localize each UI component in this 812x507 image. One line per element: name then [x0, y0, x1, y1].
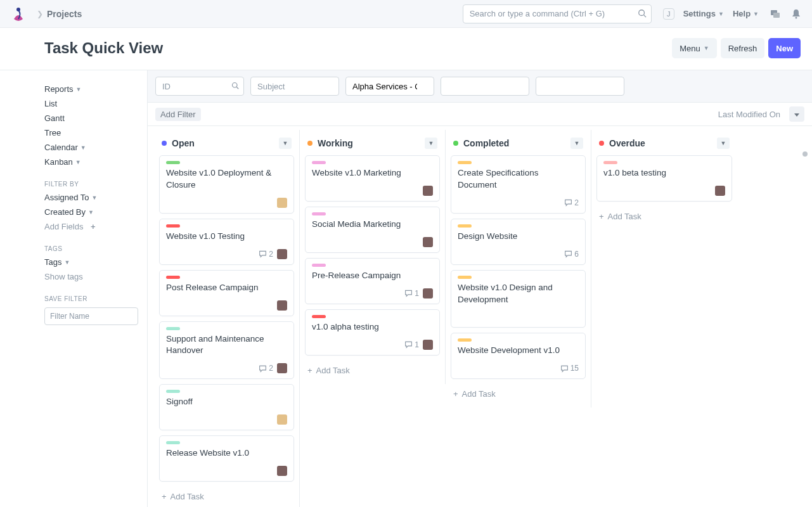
sidebar-view-tree[interactable]: Tree [44, 125, 138, 140]
comment-count: 2 [259, 250, 273, 259]
svg-point-6 [233, 83, 238, 88]
add-filter-chip[interactable]: Add Filter [155, 108, 201, 121]
task-card[interactable]: Design Website6 [451, 219, 586, 265]
filter-extra2-input[interactable] [536, 77, 624, 96]
status-dot [307, 141, 313, 146]
sidebar-view-gantt[interactable]: Gantt [44, 111, 138, 125]
add-task-button[interactable]: +Add Task [451, 384, 586, 404]
svg-rect-4 [773, 13, 780, 18]
task-card[interactable]: Create Specifications Document2 [451, 155, 586, 214]
sort-direction-button[interactable] [789, 106, 804, 122]
refresh-button[interactable]: Refresh [721, 38, 765, 58]
task-card[interactable]: Website v1.0 Testing2 [159, 219, 294, 265]
assignee-avatar [423, 186, 433, 196]
card-title: Website v1.0 Marketing [312, 167, 433, 179]
user-avatar[interactable]: J [663, 8, 674, 20]
add-task-button[interactable]: +Add Task [305, 361, 440, 380]
task-card[interactable]: Website v1.0 Marketing [305, 155, 440, 202]
chat-icon[interactable] [770, 9, 780, 19]
new-button[interactable]: New [768, 38, 801, 58]
comment-count: 6 [564, 250, 579, 259]
kanban-column-completed: Completed▼Create Specifications Document… [446, 130, 591, 408]
sidebar-add-fields[interactable]: Add Fields + [44, 219, 138, 234]
help-menu[interactable]: Help▼ [733, 9, 759, 18]
card-tag-pill [603, 161, 617, 164]
column-menu-button[interactable]: ▼ [570, 138, 583, 149]
settings-menu[interactable]: Settings▼ [683, 9, 724, 18]
task-card[interactable]: Website v1.0 Deployment & Closure [159, 155, 294, 214]
assignee-avatar [277, 249, 287, 259]
page-title: Task Quick View [44, 39, 163, 57]
sidebar-filter-assigned-to[interactable]: Assigned To▼ [44, 190, 138, 205]
page-header: Task Quick View Menu▼ Refresh New [0, 28, 812, 70]
card-tag-pill [312, 315, 326, 318]
column-menu-button[interactable]: ▼ [425, 138, 437, 149]
card-title: Design Website [458, 231, 579, 243]
card-tag-pill [458, 276, 472, 279]
card-tag-pill [166, 390, 180, 393]
menu-button[interactable]: Menu▼ [672, 38, 716, 58]
sidebar-view-list[interactable]: List [44, 96, 138, 111]
filter-name-input[interactable] [44, 307, 138, 325]
main-content: Add Filter Last Modified On Open▼Website… [147, 70, 812, 507]
card-title: v1.0 alpha testing [312, 321, 433, 333]
filter-project-input[interactable] [345, 77, 434, 96]
column-title: Working [318, 138, 353, 148]
sidebar-view-calendar[interactable]: Calendar▼ [44, 140, 138, 155]
sidebar-heading-filter: Filter By [44, 169, 138, 190]
comment-count: 1 [404, 340, 419, 349]
card-tag-pill [166, 224, 180, 228]
card-title: Create Specifications Document [458, 167, 579, 191]
search-icon [638, 9, 647, 18]
sidebar-filter-created-by[interactable]: Created By▼ [44, 205, 138, 219]
plus-icon: + [162, 492, 167, 501]
card-title: Website v1.0 Design and Development [458, 282, 579, 306]
card-title: Social Media Marketing [312, 219, 433, 231]
assignee-avatar [423, 340, 433, 350]
status-dot [453, 141, 458, 146]
sidebar-view-reports[interactable]: Reports▼ [44, 82, 138, 96]
bell-icon[interactable] [792, 9, 801, 19]
search-icon [231, 82, 239, 89]
card-tag-pill [312, 264, 326, 267]
plus-icon: + [453, 389, 458, 399]
card-title: Support and Maintenance Handover [166, 333, 287, 357]
assignee-avatar [277, 300, 287, 311]
filter-subject-input[interactable] [250, 77, 339, 96]
breadcrumb-projects[interactable]: Projects [47, 9, 82, 19]
comment-count: 2 [259, 364, 273, 373]
task-card[interactable]: Pre-Release Campaign1 [305, 258, 440, 304]
status-dot [162, 141, 167, 146]
column-menu-button[interactable]: ▼ [717, 138, 730, 149]
filter-extra1-input[interactable] [441, 77, 529, 96]
sidebar-view-kanban[interactable]: Kanban▼ [44, 155, 138, 169]
task-card[interactable]: Post Release Campaign [159, 270, 294, 316]
svg-point-8 [802, 151, 808, 157]
global-search-input[interactable] [463, 4, 652, 23]
svg-line-7 [236, 87, 238, 89]
add-task-button[interactable]: +Add Task [596, 207, 732, 226]
task-card[interactable]: Social Media Marketing [305, 207, 440, 253]
sidebar-tags[interactable]: Tags▼ [44, 255, 138, 269]
task-card[interactable]: v1.0 beta testing [596, 155, 732, 202]
assignee-avatar [277, 466, 287, 476]
task-card[interactable]: Support and Maintenance Handover2 [159, 321, 294, 380]
column-title: Open [172, 138, 195, 148]
topbar: ❯ Projects J Settings▼ Help▼ [0, 0, 812, 28]
card-tag-pill [166, 161, 180, 164]
task-card[interactable]: Website v1.0 Design and Development [451, 270, 586, 328]
task-card[interactable]: Release Website v1.0 [159, 435, 294, 482]
task-card[interactable]: v1.0 alpha testing1 [305, 309, 440, 356]
card-tag-pill [312, 161, 326, 164]
filter-row [148, 70, 812, 103]
sidebar-show-tags[interactable]: Show tags [44, 269, 138, 284]
sort-label[interactable]: Last Modified On [718, 110, 780, 119]
column-menu-button[interactable]: ▼ [279, 138, 292, 149]
assignee-avatar [277, 363, 287, 373]
card-tag-pill [458, 161, 472, 164]
add-task-button[interactable]: +Add Task [159, 487, 294, 506]
comment-count: 15 [560, 364, 579, 373]
task-card[interactable]: Signoff [159, 384, 294, 430]
filter-id-input[interactable] [155, 77, 244, 96]
task-card[interactable]: Website Development v1.015 [451, 333, 586, 379]
